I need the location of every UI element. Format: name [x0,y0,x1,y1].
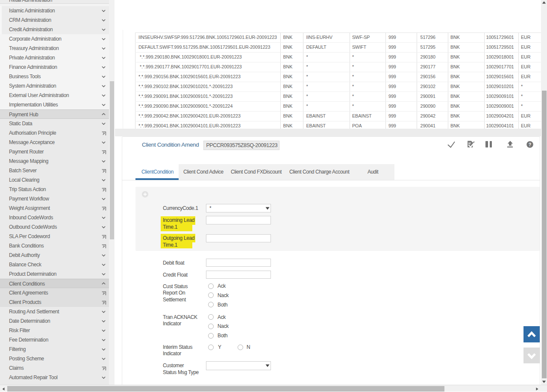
svg-text:?: ? [528,141,531,147]
